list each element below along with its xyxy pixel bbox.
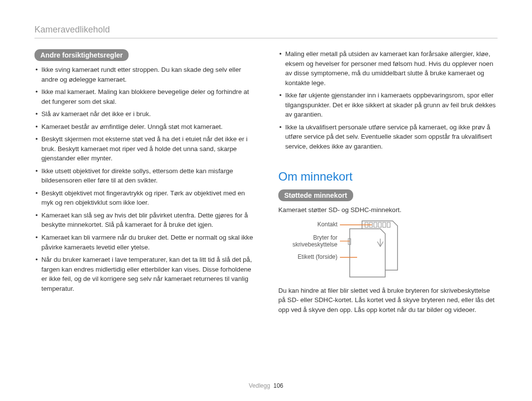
svg-rect-4 <box>383 222 386 227</box>
support-text: Kameraet støtter SD- og SDHC-minnekort. <box>278 205 498 215</box>
right-column: Maling eller metall på utsiden av kamera… <box>278 49 498 318</box>
label-etikett: Etikett (forside) <box>298 253 337 260</box>
list-item: Kameraet kan bli varmere når du bruker d… <box>34 233 254 252</box>
breadcrumb: Kameravedlikehold <box>34 25 498 35</box>
label-kontakt: Kontakt <box>317 221 337 228</box>
list-item: Kameraet består av ømfintlige deler. Unn… <box>34 122 254 132</box>
tag-stottede-minnekort: Støttede minnekort <box>278 189 353 201</box>
svg-rect-2 <box>374 222 377 227</box>
label-bryter-1: Bryter for <box>313 234 337 241</box>
list-item: Ikke utsett objektivet for direkte solly… <box>34 166 254 185</box>
footer-page: 106 <box>273 382 283 389</box>
svg-rect-3 <box>378 222 381 227</box>
sd-card-diagram: Kontakt Bryter for skrivebeskyttelse Eti… <box>278 219 498 280</box>
list-item: Kameraet kan slå seg av hvis det blir på… <box>34 211 254 230</box>
list-item: Beskytt skjermen mot eksterne støt ved å… <box>34 134 254 163</box>
two-column-layout: Andre forsiktighetsregler Ikke sving kam… <box>34 49 498 318</box>
list-item: Ikke sving kameraet rundt etter stroppen… <box>34 65 254 84</box>
tag-andre-forsiktighetsregler: Andre forsiktighetsregler <box>34 49 129 61</box>
bullet-list-left: Ikke sving kameraet rundt etter stroppen… <box>34 65 254 293</box>
footer-section: Vedlegg <box>249 382 270 389</box>
section-title-om-minnekort: Om minnekort <box>278 170 498 184</box>
list-item: Maling eller metall på utsiden av kamera… <box>278 49 498 88</box>
list-item: Beskytt objektivet mot fingeravtrykk og … <box>34 188 254 208</box>
label-bryter-2: skrivebeskyttelse <box>293 241 338 248</box>
bullet-list-right-top: Maling eller metall på utsiden av kamera… <box>278 49 498 151</box>
footer: Vedlegg 106 <box>0 382 532 389</box>
list-item: Ikke la ukvalifisert personale utføre se… <box>278 123 498 152</box>
svg-rect-5 <box>387 222 390 227</box>
divider <box>34 38 498 38</box>
list-item: Slå av kameraet når det ikke er i bruk. <box>34 109 254 119</box>
bottom-paragraph: Du kan hindre at filer blir slettet ved … <box>278 286 498 315</box>
list-item: Ikke før ukjente gjenstander inn i kamer… <box>278 91 498 120</box>
left-column: Andre forsiktighetsregler Ikke sving kam… <box>34 49 254 318</box>
list-item: Når du bruker kameraet i lave temperatur… <box>34 255 254 293</box>
list-item: Ikke mal kameraet. Maling kan blokkere b… <box>34 87 254 106</box>
